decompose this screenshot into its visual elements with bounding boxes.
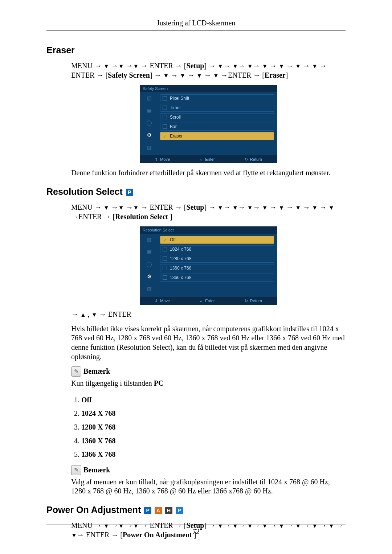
pc-badge-icon: P [126,189,133,196]
picture-icon: ▧ [145,236,153,244]
dp-badge-icon: P [176,507,183,514]
osd-footer: ⇕Move ↲Enter ↻Return [140,297,277,305]
eraser-description: Denne funktion forhindrer efterbilleder … [71,168,346,178]
opt-off: Off [81,393,346,407]
resolution-nav-hint: → ▲ , ▼ → ENTER [71,310,346,319]
sound-icon: ▣ [145,107,153,115]
osd-item-eraser: ✓Eraser [160,132,274,140]
enter-icon: ↲ [200,298,203,303]
osd-safety-screen: Safety Screen ▧ ▣ ◯ ⚙ ▥ Pixel Shift Time… [140,85,277,163]
osd-resolution-select: Resolution Select ▧ ▣ ◯ ⚙ ▥ ✓Off 1024 x … [140,226,277,305]
opt-1360: 1360 X 768 [81,434,346,448]
section-title-resolution: Resolution Select P [46,186,346,197]
move-icon: ⇕ [155,157,158,162]
note-2: ✎ Bemærk [71,465,346,475]
sound-icon: ▣ [145,248,153,256]
section-title-eraser: Eraser [46,45,346,56]
channel-icon: ◯ [145,260,153,268]
note-1-text: Kun tilgængelig i tilstanden PC [71,379,346,388]
opt-1024: 1024 X 768 [81,407,346,420]
resolution-description: Hvis billedet ikke vises korrekt på skær… [71,324,346,361]
osd-item-1280: 1280 x 768 [160,255,274,263]
note-1: ✎ Bemærk [71,366,346,377]
osd-sidebar: ▧ ▣ ◯ ⚙ ▥ [140,234,159,297]
enter-icon: ↲ [200,157,203,162]
top-rule [46,30,346,30]
page-number: 72 [0,528,392,536]
osd-item-timer: Timer [160,104,274,112]
eraser-menu-path: MENU → ▼ →▼ →▼ → ENTER → [Setup] → ▼→ ▼→… [71,61,346,80]
osd-menu: Pixel Shift Timer Scroll Bar ✓Eraser [159,92,277,155]
av-badge-icon: A [155,507,162,514]
osd-title: Safety Screen [140,85,277,92]
running-header: Justering af LCD-skærmen [46,19,346,30]
multi-icon: ▥ [145,144,153,152]
osd-sidebar: ▧ ▣ ◯ ⚙ ▥ [140,92,159,155]
return-icon: ↻ [245,298,248,303]
bottom-rule [46,525,346,525]
osd-item-pixel-shift: Pixel Shift [160,94,274,102]
osd-menu: ✓Off 1024 x 768 1280 x 768 1360 x 768 13… [159,234,277,297]
multi-icon: ▥ [145,285,153,293]
pc-badge-icon: P [144,507,151,514]
osd-item-1024: 1024 x 768 [160,245,274,253]
return-icon: ↻ [245,157,248,162]
osd-item-1366: 1366 x 768 [160,274,274,282]
setup-icon: ⚙ [145,273,153,281]
section-title-poweron: Power On Adjustment P A H P [46,505,346,515]
hdmi-badge-icon: H [165,507,172,514]
resolution-menu-path: MENU → ▼ →▼ →▼ → ENTER → [Setup] → ▼→ ▼→… [71,203,346,221]
note-icon: ✎ [71,366,81,377]
setup-icon: ⚙ [145,131,153,139]
osd-item-off: ✓Off [160,236,274,244]
osd-item-scroll: Scroll [160,113,274,121]
opt-1366: 1366 X 768 [81,448,346,461]
osd-item-1360: 1360 x 768 [160,264,274,272]
osd-item-bar: Bar [160,123,274,131]
osd-footer: ⇕Move ↲Enter ↻Return [140,155,277,163]
resolution-options-list: Off 1024 X 768 1280 X 768 1360 X 768 136… [71,393,346,461]
move-icon: ⇕ [155,298,158,303]
opt-1280: 1280 X 768 [81,420,346,434]
picture-icon: ▧ [145,94,153,102]
note-2-text: Valg af menuen er kun tilladt, når grafi… [71,477,346,496]
osd-title: Resolution Select [140,226,277,234]
channel-icon: ◯ [145,119,153,127]
note-icon: ✎ [71,465,81,475]
